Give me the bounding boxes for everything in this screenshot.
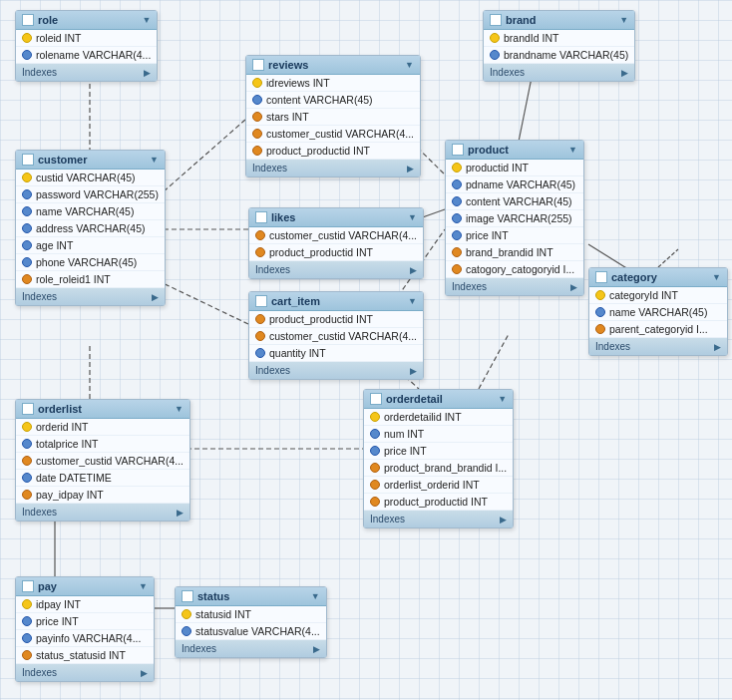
indexes-arrow-role[interactable]: ▶ (144, 68, 151, 78)
indexes-footer-reviews[interactable]: Indexes ▶ (246, 160, 420, 176)
indexes-arrow-reviews[interactable]: ▶ (407, 164, 414, 174)
indexes-label-status: Indexes (182, 643, 216, 654)
indexes-arrow-status[interactable]: ▶ (313, 644, 320, 654)
field-text-customer-1: password VARCHAR(255) (36, 188, 159, 200)
indexes-arrow-category[interactable]: ▶ (714, 342, 721, 352)
field-icon-customer-3 (22, 223, 32, 233)
field-icon-orderdetail-3 (370, 463, 380, 473)
field-row-product-3: image VARCHAR(255) (446, 210, 583, 227)
table-dropdown-arrow-brand[interactable]: ▼ (619, 15, 628, 25)
table-dropdown-arrow-orderlist[interactable]: ▼ (175, 404, 183, 414)
table-header-brand[interactable]: brand ▼ (484, 11, 634, 30)
table-dropdown-arrow-status[interactable]: ▼ (311, 591, 320, 601)
field-row-role-0: roleid INT (16, 30, 157, 47)
indexes-footer-product[interactable]: Indexes ▶ (446, 278, 583, 295)
table-name-pay: pay (38, 580, 57, 592)
table-icon-pay (22, 580, 34, 592)
indexes-arrow-orderdetail[interactable]: ▶ (500, 515, 507, 525)
field-icon-customer-2 (22, 206, 32, 216)
field-text-product-1: pdname VARCHAR(45) (466, 178, 575, 190)
table-header-product[interactable]: product ▼ (446, 141, 583, 160)
table-icon-orderdetail (370, 393, 382, 405)
field-row-customer-4: age INT (16, 237, 165, 254)
field-text-brand-1: brandname VARCHAR(45) (504, 49, 628, 61)
indexes-footer-orderdetail[interactable]: Indexes ▶ (364, 511, 513, 527)
table-product: product ▼ productid INT pdname VARCHAR(4… (445, 140, 584, 296)
table-header-reviews[interactable]: reviews ▼ (246, 56, 420, 75)
field-row-role-1: rolename VARCHAR(4... (16, 47, 157, 64)
field-icon-product-5 (452, 247, 462, 257)
table-dropdown-arrow-pay[interactable]: ▼ (139, 581, 148, 591)
indexes-arrow-likes[interactable]: ▶ (410, 265, 417, 275)
field-text-pay-0: idpay INT (36, 598, 81, 610)
table-header-category[interactable]: category ▼ (589, 268, 727, 287)
indexes-arrow-product[interactable]: ▶ (570, 282, 577, 292)
field-row-orderlist-0: orderid INT (16, 419, 189, 436)
field-row-orderdetail-0: orderdetailid INT (364, 409, 513, 426)
field-row-orderdetail-4: orderlist_orderid INT (364, 477, 513, 494)
field-row-pay-2: payinfo VARCHAR(4... (16, 630, 154, 647)
field-row-cart_item-2: quantity INT (249, 345, 423, 362)
indexes-label-product: Indexes (452, 281, 487, 292)
field-row-orderlist-3: date DATETIME (16, 470, 189, 487)
indexes-footer-pay[interactable]: Indexes ▶ (16, 664, 154, 681)
table-dropdown-arrow-cart_item[interactable]: ▼ (408, 296, 417, 306)
table-dropdown-arrow-product[interactable]: ▼ (568, 145, 577, 155)
field-icon-orderdetail-1 (370, 429, 380, 439)
field-row-product-1: pdname VARCHAR(45) (446, 176, 583, 193)
table-name-reviews: reviews (268, 59, 308, 71)
table-name-status: status (197, 590, 229, 602)
table-dropdown-arrow-role[interactable]: ▼ (142, 15, 151, 25)
indexes-footer-category[interactable]: Indexes ▶ (589, 338, 727, 355)
indexes-arrow-customer[interactable]: ▶ (152, 292, 159, 302)
table-reviews: reviews ▼ idreviews INT content VARCHAR(… (245, 55, 421, 177)
field-row-reviews-4: product_productid INT (246, 143, 420, 160)
table-dropdown-arrow-customer[interactable]: ▼ (150, 155, 159, 165)
table-header-orderdetail[interactable]: orderdetail ▼ (364, 390, 513, 409)
table-customer: customer ▼ custid VARCHAR(45) password V… (15, 150, 166, 306)
indexes-footer-orderlist[interactable]: Indexes ▶ (16, 504, 189, 521)
table-dropdown-arrow-orderdetail[interactable]: ▼ (498, 394, 507, 404)
field-row-status-1: statusvalue VARCHAR(4... (176, 623, 326, 640)
table-header-pay[interactable]: pay ▼ (16, 577, 154, 596)
table-header-status[interactable]: status ▼ (176, 587, 326, 606)
table-status: status ▼ statusid INT statusvalue VARCHA… (175, 586, 327, 658)
field-icon-customer-1 (22, 189, 32, 199)
table-icon-product (452, 144, 464, 156)
indexes-footer-customer[interactable]: Indexes ▶ (16, 288, 165, 305)
field-icon-pay-0 (22, 599, 32, 609)
indexes-arrow-cart_item[interactable]: ▶ (410, 366, 417, 376)
field-row-brand-1: brandname VARCHAR(45) (484, 47, 634, 64)
field-icon-cart_item-0 (255, 314, 265, 324)
indexes-footer-role[interactable]: Indexes ▶ (16, 64, 157, 81)
table-header-customer[interactable]: customer ▼ (16, 151, 165, 170)
indexes-footer-brand[interactable]: Indexes ▶ (484, 64, 634, 81)
table-header-orderlist[interactable]: orderlist ▼ (16, 400, 189, 419)
indexes-arrow-brand[interactable]: ▶ (621, 68, 628, 78)
field-icon-reviews-3 (252, 129, 262, 139)
field-icon-status-0 (182, 609, 191, 619)
table-name-customer: customer (38, 154, 88, 166)
field-icon-pay-3 (22, 650, 32, 660)
indexes-footer-status[interactable]: Indexes ▶ (176, 640, 326, 657)
table-dropdown-arrow-reviews[interactable]: ▼ (405, 60, 414, 70)
field-text-category-1: name VARCHAR(45) (609, 306, 707, 318)
table-dropdown-arrow-category[interactable]: ▼ (712, 272, 721, 282)
indexes-arrow-pay[interactable]: ▶ (141, 668, 148, 678)
table-header-likes[interactable]: likes ▼ (249, 208, 423, 227)
indexes-footer-cart_item[interactable]: Indexes ▶ (249, 362, 423, 379)
table-icon-orderlist (22, 403, 34, 415)
field-row-pay-1: price INT (16, 613, 154, 630)
table-header-role[interactable]: role ▼ (16, 11, 157, 30)
field-text-orderdetail-1: num INT (384, 428, 424, 440)
table-orderlist: orderlist ▼ orderid INT totalprice INT c… (15, 399, 190, 522)
indexes-footer-likes[interactable]: Indexes ▶ (249, 261, 423, 278)
table-dropdown-arrow-likes[interactable]: ▼ (408, 212, 417, 222)
indexes-arrow-orderlist[interactable]: ▶ (177, 508, 183, 518)
field-icon-orderlist-1 (22, 439, 32, 449)
field-icon-customer-6 (22, 274, 32, 284)
field-icon-pay-1 (22, 616, 32, 626)
table-likes: likes ▼ customer_custid VARCHAR(4... pro… (248, 207, 424, 279)
field-icon-orderdetail-5 (370, 497, 380, 507)
table-header-cart_item[interactable]: cart_item ▼ (249, 292, 423, 311)
